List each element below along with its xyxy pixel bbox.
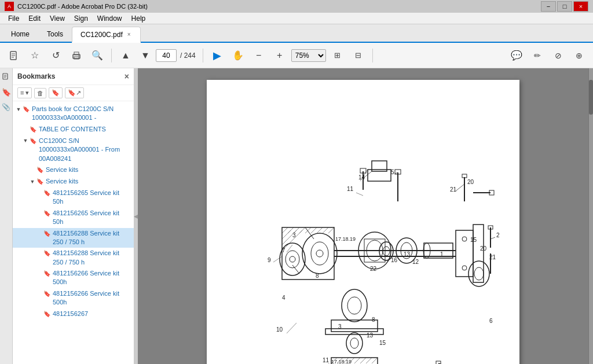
bookmark-icon-3: 🔖 xyxy=(29,137,37,146)
menu-file[interactable]: File xyxy=(3,13,24,24)
bookmark-item-2[interactable]: 🔖 TABLE OF CONTENTS xyxy=(13,124,134,135)
nav-up-button[interactable]: ▲ xyxy=(116,46,135,65)
nav-down-button[interactable]: ▼ xyxy=(136,46,155,65)
bookmark-item-6[interactable]: 🔖 4812156265 Service kit 50h xyxy=(13,187,134,208)
bookmark-icon-2: 🔖 xyxy=(29,125,37,134)
drawing-button[interactable]: ✏ xyxy=(528,46,547,65)
svg-text:16: 16 xyxy=(391,257,398,263)
toolbar-separator-2 xyxy=(203,49,203,62)
svg-text:20: 20 xyxy=(467,179,474,185)
right-scrollbar[interactable] xyxy=(588,68,593,364)
menu-window[interactable]: Window xyxy=(93,13,127,24)
bookmark-toggle-12 xyxy=(36,310,43,319)
svg-text:15: 15 xyxy=(379,340,386,346)
toolbar-print-icon[interactable] xyxy=(67,46,86,65)
select-tool-button[interactable]: ▶ xyxy=(208,46,226,65)
page-number-input[interactable] xyxy=(156,49,177,62)
pdf-right-margin xyxy=(519,80,566,364)
bookmark-toggle-7 xyxy=(36,209,43,218)
bookmark-item-9[interactable]: 🔖 4812156288 Service kit 250 / 750 h xyxy=(13,248,134,268)
toolbar: ☆ ↺ 🔍 ▲ ▼ / 244 ▶ ✋ − + 75% 50% 100% 125… xyxy=(0,43,593,68)
tab-home[interactable]: Home xyxy=(2,25,38,42)
comment-button[interactable]: 💬 xyxy=(507,46,526,65)
bookmarks-toolbar: ≡ ▾ 🗑 🔖 🔖↗ xyxy=(13,85,134,101)
bookmark-item-7[interactable]: 🔖 4812156265 Service kit 50h xyxy=(13,208,134,228)
svg-text:17.18.19: 17.18.19 xyxy=(335,236,356,242)
right-scrollbar-thumb[interactable] xyxy=(589,80,593,115)
svg-text:17.18.19: 17.18.19 xyxy=(331,359,352,364)
bookmarks-options-button[interactable]: ≡ ▾ xyxy=(17,87,32,98)
bookmark-icon-11: 🔖 xyxy=(43,289,51,299)
app-icon: A xyxy=(5,2,14,11)
svg-text:10: 10 xyxy=(276,326,283,333)
bookmarks-new-button[interactable]: 🔖 xyxy=(49,87,63,98)
bookmark-item-11[interactable]: 🔖 4812156266 Service kit 500h xyxy=(13,288,134,308)
menu-sign[interactable]: Sign xyxy=(69,13,93,24)
bookmarks-title: Bookmarks xyxy=(17,72,125,80)
toolbar-star-icon[interactable]: ☆ xyxy=(25,46,44,65)
bookmark-toggle-5[interactable]: ▼ xyxy=(29,177,36,186)
bookmark-toggle-8 xyxy=(36,229,43,238)
toolbar-refresh-icon[interactable]: ↺ xyxy=(46,46,65,65)
zoom-out-button[interactable]: − xyxy=(250,46,268,65)
tab-pdf-label: CC1200C.pdf xyxy=(80,31,123,39)
menu-view[interactable]: View xyxy=(45,13,69,24)
fit-page-button[interactable]: ⊞ xyxy=(328,46,347,65)
toolbar-search-icon[interactable]: 🔍 xyxy=(88,46,107,65)
zoom-in-button[interactable]: + xyxy=(270,46,289,65)
menu-edit[interactable]: Edit xyxy=(24,13,45,24)
minimize-button[interactable]: − xyxy=(541,1,556,12)
bookmark-item-8[interactable]: 🔖 4812156288 Service kit 250 / 750 h xyxy=(13,228,134,248)
bookmark-text-8: 4812156288 Service kit 250 / 750 h xyxy=(53,229,131,247)
bookmark-item-4[interactable]: 🔖 Service kits xyxy=(13,164,134,176)
panel-icon-strip: 🔖 📎 xyxy=(0,68,13,364)
bookmark-item-5[interactable]: ▼ 🔖 Service kits xyxy=(13,176,134,187)
bookmark-text-10: 4812156266 Service kit 500h xyxy=(53,269,131,287)
bookmark-text-7: 4812156265 Service kit 50h xyxy=(53,209,131,227)
bookmarks-selection-button[interactable]: 🔖↗ xyxy=(65,87,84,98)
bookmark-toggle-3[interactable]: ▼ xyxy=(22,137,29,146)
toolbar-separator-1 xyxy=(111,49,112,62)
panel-icon-bookmarks[interactable]: 🔖 xyxy=(1,87,12,97)
panel-icon-attachments[interactable]: 📎 xyxy=(1,102,12,112)
fit-width-button[interactable]: ⊟ xyxy=(349,46,368,65)
tab-tools[interactable]: Tools xyxy=(38,25,72,42)
main-area: 🔖 📎 Bookmarks × ≡ ▾ 🗑 🔖 🔖↗ ▼ 🔖 Parts b xyxy=(0,68,593,364)
bookmark-icon-10: 🔖 xyxy=(43,269,51,278)
bookmarks-delete-button[interactable]: 🗑 xyxy=(34,88,46,98)
title-bar: A CC1200C.pdf - Adobe Acrobat Pro DC (32… xyxy=(0,0,593,13)
bookmark-text-11: 4812156266 Service kit 500h xyxy=(53,289,131,307)
pdf-viewer[interactable]: 14 5 21 20 11 2 xyxy=(138,68,588,364)
bookmark-item-12[interactable]: 🔖 4812156267 xyxy=(13,308,134,320)
bookmark-item-3[interactable]: ▼ 🔖 CC1200C S/N 10000333x0A000001 - From… xyxy=(13,135,134,164)
bookmark-item-1[interactable]: ▼ 🔖 Parts book for CC1200C S/N 10000333x… xyxy=(13,104,134,124)
svg-rect-12 xyxy=(207,80,519,364)
tab-pdf[interactable]: CC1200C.pdf × xyxy=(72,27,141,43)
svg-text:5: 5 xyxy=(391,169,394,175)
bookmark-icon-4: 🔖 xyxy=(36,166,44,175)
more-tools-button[interactable]: ⊕ xyxy=(570,46,588,65)
tab-close-icon[interactable]: × xyxy=(126,30,132,39)
bookmark-icon-7: 🔖 xyxy=(43,209,51,218)
svg-text:8: 8 xyxy=(316,273,319,279)
svg-text:6: 6 xyxy=(489,318,493,324)
toolbar-separator-3 xyxy=(372,49,373,62)
menu-bar: File Edit View Sign Window Help xyxy=(0,13,593,24)
svg-text:13: 13 xyxy=(367,332,374,339)
bookmark-item-10[interactable]: 🔖 4812156266 Service kit 500h xyxy=(13,268,134,288)
menu-help[interactable]: Help xyxy=(127,13,151,24)
svg-text:3: 3 xyxy=(292,232,296,238)
toolbar-page-icon[interactable] xyxy=(5,46,23,65)
close-button[interactable]: × xyxy=(573,1,588,12)
left-sidebar: 🔖 📎 Bookmarks × ≡ ▾ 🗑 🔖 🔖↗ ▼ 🔖 Parts b xyxy=(0,68,134,364)
bookmark-toggle-1[interactable]: ▼ xyxy=(15,105,22,114)
svg-text:11: 11 xyxy=(347,186,354,192)
svg-text:2: 2 xyxy=(496,232,500,238)
hand-tool-button[interactable]: ✋ xyxy=(229,46,247,65)
highlight-button[interactable]: ⊘ xyxy=(549,46,568,65)
bookmarks-close-button[interactable]: × xyxy=(125,72,129,81)
maximize-button[interactable]: □ xyxy=(557,1,572,12)
svg-text:15: 15 xyxy=(470,237,477,243)
panel-icon-page[interactable] xyxy=(1,72,12,82)
zoom-select[interactable]: 75% 50% 100% 125% 150% xyxy=(291,49,326,62)
